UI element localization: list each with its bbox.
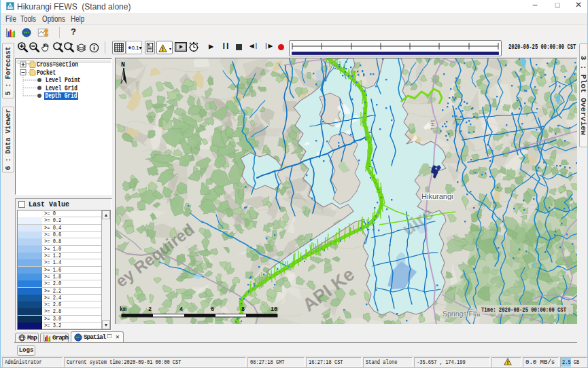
svg-text:Springs Flat: Springs Flat <box>443 310 481 318</box>
svg-text:6: 6 <box>211 306 214 313</box>
svg-text:2: 2 <box>148 306 152 313</box>
svg-text:SH 1: SH 1 <box>430 119 435 130</box>
svg-text:8: 8 <box>241 306 245 313</box>
svg-text:10: 10 <box>271 306 277 313</box>
svg-text:Hikurangi: Hikurangi <box>421 192 453 200</box>
svg-text:km: km <box>120 306 126 313</box>
svg-text:N: N <box>121 61 125 69</box>
svg-text:4: 4 <box>179 306 183 313</box>
svg-text:Time: 2020-08-25 00:00:00 CST: Time: 2020-08-25 00:00:00 CST <box>481 307 566 314</box>
